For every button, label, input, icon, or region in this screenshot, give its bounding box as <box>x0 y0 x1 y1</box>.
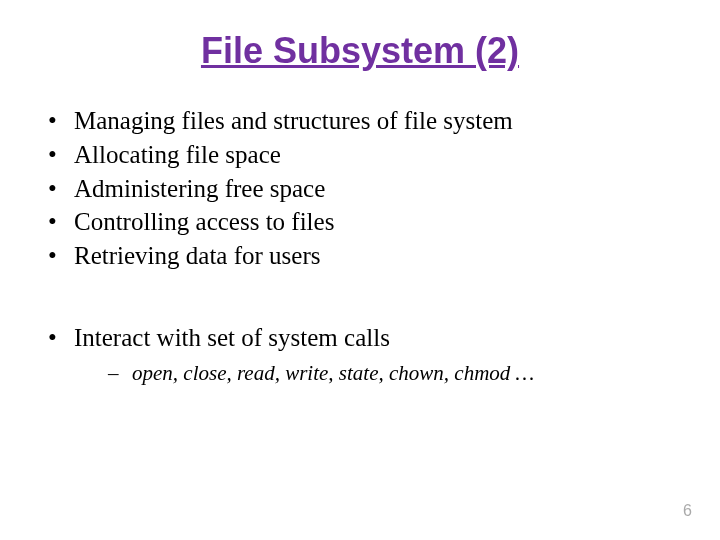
list-item: Allocating file space <box>40 138 680 172</box>
list-item: Controlling access to files <box>40 205 680 239</box>
sub-list-item: open, close, read, write, state, chown, … <box>108 359 680 387</box>
slide-title: File Subsystem (2) <box>0 30 720 72</box>
list-item-text: Interact with set of system calls <box>74 324 390 351</box>
list-item: Retrieving data for users <box>40 239 680 273</box>
bullet-list-2: Interact with set of system calls open, … <box>0 321 720 387</box>
sub-list: open, close, read, write, state, chown, … <box>74 359 680 387</box>
list-item: Managing files and structures of file sy… <box>40 104 680 138</box>
page-number: 6 <box>683 502 692 520</box>
list-item: Interact with set of system calls open, … <box>40 321 680 387</box>
bullet-list: Managing files and structures of file sy… <box>0 104 720 273</box>
list-item: Administering free space <box>40 172 680 206</box>
